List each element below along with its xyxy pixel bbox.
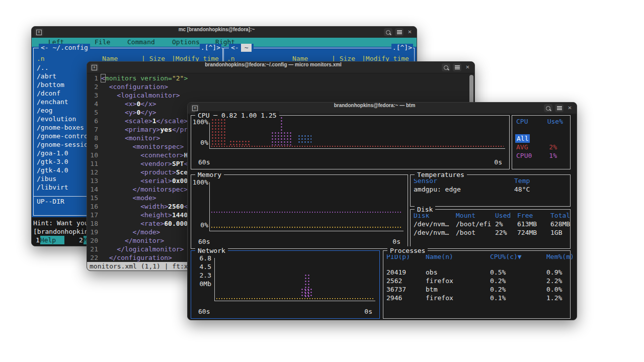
code-text: <height>1440: [101, 211, 188, 219]
close-button[interactable]: ✕: [406, 28, 414, 36]
menu-item-command[interactable]: Command: [127, 38, 155, 47]
close-button[interactable]: ✕: [566, 104, 574, 112]
table-cell: 2946: [386, 294, 426, 302]
search-button[interactable]: [384, 28, 392, 36]
code-text: <primary>yes</pr: [101, 126, 188, 133]
table-cell: firefox: [426, 277, 490, 285]
table-row[interactable]: 2946firefox0.1%1.2%: [383, 294, 570, 302]
menu-button[interactable]: [395, 28, 404, 36]
line-number: 4: [87, 100, 98, 108]
code-text: </logicalmonitor>: [101, 245, 184, 253]
new-tab-icon: +: [92, 65, 97, 70]
fkey-help[interactable]: 1Help: [36, 236, 64, 244]
search-button[interactable]: [442, 63, 450, 71]
legend-value: 2%: [549, 143, 557, 151]
line-number: 13: [87, 176, 98, 185]
col-name[interactable]: Name(n): [426, 252, 490, 261]
col-total: Total: [550, 211, 570, 220]
code-line[interactable]: 1<monitors version="2">: [87, 74, 474, 82]
new-tab-icon: +: [36, 30, 42, 35]
cpu-legend-panel[interactable]: CPU Use% AllAVG2%CPU01%: [512, 115, 571, 169]
table-row[interactable]: 2562firefox0.2%2.2%: [383, 277, 570, 285]
table-cell: 36737: [386, 285, 426, 294]
cpu-panel[interactable]: CPU ─ 0.82 1.00 1.25 100% 0% 60s 0s: [191, 115, 510, 169]
hamburger-menu-icon: [397, 32, 402, 33]
mc-command-prompt[interactable]: [brandonhopkin: [33, 227, 89, 236]
network-y-2: 2.3: [193, 271, 211, 280]
cpu-column-purple: [281, 117, 283, 145]
cpu-legend-row[interactable]: All: [512, 134, 570, 143]
memory-panel[interactable]: Memory 100% 0% 60s 0s: [191, 174, 408, 249]
code-line[interactable]: 2 <configuration>: [87, 82, 474, 91]
code-line[interactable]: 3 <logicalmonitor>: [87, 91, 474, 100]
search-icon: [386, 30, 390, 35]
col-mem[interactable]: Mem%(m): [546, 252, 574, 261]
network-panel[interactable]: Network 6.8 4.5 2.3 0Mb 60s 0s: [191, 250, 380, 319]
micro-titlebar[interactable]: + brandonhopkins@fedora:~/.config — micr…: [87, 62, 474, 73]
temperatures-panel[interactable]: Temperatures Sensor Temp amdgpu: edge48°…: [410, 174, 571, 207]
table-cell: 2562: [386, 277, 426, 285]
legend-name: AVG: [516, 143, 528, 151]
table-cell: 48°C: [514, 185, 570, 194]
cpu-cluster-blue: [298, 135, 311, 144]
col-mount: Mount: [456, 211, 495, 220]
code-text: <scale>1</scale>: [101, 117, 188, 125]
legend-col-use: Use%: [547, 117, 563, 126]
close-icon: ✕: [408, 30, 412, 35]
cpu-legend-header: CPU Use%: [512, 117, 570, 126]
line-number: 20: [87, 236, 98, 245]
line-number: 14: [87, 185, 98, 194]
menu-button[interactable]: [555, 104, 564, 112]
legend-name: All: [515, 134, 530, 143]
menu-button[interactable]: [453, 63, 461, 71]
code-text: </configuration>: [101, 254, 172, 261]
code-text: <width>2560<: [101, 203, 188, 210]
line-number: 7: [87, 125, 98, 134]
network-tx-cluster: [301, 289, 312, 298]
code-text: </monitorspec>: [101, 186, 188, 193]
table-cell: 0.5%: [490, 268, 546, 277]
menu-item-options[interactable]: Options: [172, 38, 200, 47]
table-row[interactable]: 36737btm0.2%0.0%: [383, 285, 570, 294]
table-row[interactable]: 20419obs0.5%0.9%: [383, 268, 570, 277]
table-cell: amdgpu: edge: [414, 185, 514, 194]
desktop: + mc [brandonhopkins@fedora]:~ ✕ LeftFil…: [0, 0, 644, 362]
search-icon: [546, 106, 550, 111]
table-cell: 613MB: [517, 220, 550, 228]
line-number: 21: [87, 245, 98, 253]
table-row: /dev/nvm…/boot/efi2%613MB628MB: [411, 220, 570, 228]
cpu-legend-row[interactable]: AVG2%: [512, 143, 570, 151]
cpu-legend-row[interactable]: CPU01%: [512, 151, 570, 160]
network-graph: [214, 258, 375, 301]
new-tab-button[interactable]: +: [35, 28, 43, 36]
new-tab-button[interactable]: +: [90, 63, 99, 71]
cpu-y-max: 100%: [192, 118, 208, 126]
processes-panel[interactable]: Processes PID(p) Name(n) CPU%(c)▼ Mem%(m…: [383, 250, 571, 319]
cpu-spike-red: [212, 119, 227, 145]
sort-indicator[interactable]: .n: [37, 54, 45, 63]
table-cell: obs: [426, 268, 490, 277]
legend-value: 1%: [549, 151, 557, 160]
cpu-graph: [209, 123, 505, 149]
search-icon: [444, 65, 448, 70]
path-prefix: <-: [231, 44, 239, 52]
menu-item-file[interactable]: File: [95, 38, 110, 47]
mc-titlebar[interactable]: + mc [brandonhopkins@fedora]:~ ✕: [32, 27, 417, 38]
table-cell: 2.2%: [546, 277, 570, 285]
col-cpu-sorted[interactable]: CPU%(c)▼: [490, 252, 546, 261]
search-button[interactable]: [544, 104, 552, 112]
window-btm: + brandonhopkins@fedora:~ — btm ✕ CPU ─ …: [187, 102, 577, 320]
fkey-number: 1: [36, 236, 40, 244]
disk-panel[interactable]: Disk Disk Mount Used Free Total /dev/nvm…: [410, 209, 571, 249]
network-y-1: 4.5: [193, 262, 211, 271]
code-text: <x>0</x>: [101, 100, 156, 108]
code-text: <configuration>: [101, 83, 168, 90]
col-used: Used: [495, 211, 517, 220]
col-free: Free: [517, 211, 550, 220]
table-cell: 0.2%: [490, 277, 546, 285]
cpu-y-min: 0%: [192, 138, 208, 147]
close-button[interactable]: ✕: [463, 63, 472, 71]
mc-window-title: mc [brandonhopkins@fedora]:~: [62, 27, 371, 38]
temperatures-rows: amdgpu: edge48°C: [411, 185, 570, 194]
table-cell: /boot/efi: [456, 220, 495, 228]
